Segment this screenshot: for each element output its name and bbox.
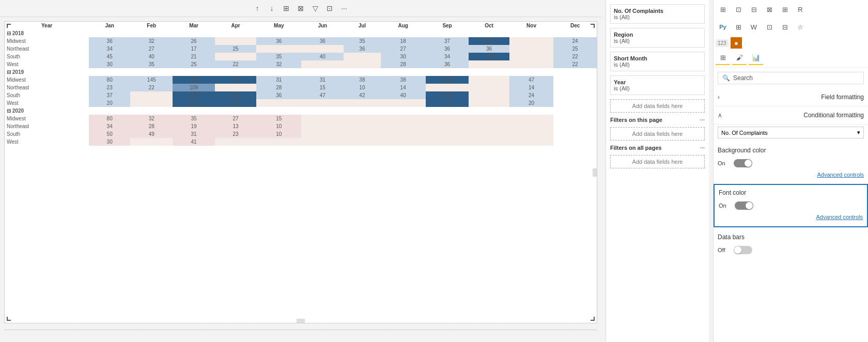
- more-options-button[interactable]: ···: [338, 2, 350, 14]
- matrix-cell[interactable]: 36: [469, 45, 509, 53]
- matrix-cell[interactable]: [509, 130, 553, 138]
- matrix-cell[interactable]: [344, 130, 380, 138]
- matrix-cell[interactable]: 40: [301, 53, 344, 60]
- expand-icon-2018[interactable]: ⊟: [7, 30, 11, 36]
- matrix-cell[interactable]: 42: [344, 91, 380, 99]
- filter-button[interactable]: ▽: [309, 2, 321, 14]
- matrix-cell[interactable]: 27: [381, 45, 426, 53]
- matrix-cell[interactable]: [381, 138, 426, 146]
- matrix-cell[interactable]: 40: [381, 91, 426, 99]
- matrix-cell[interactable]: 32: [130, 37, 173, 45]
- matrix-cell[interactable]: [215, 84, 256, 91]
- matrix-cell[interactable]: 35: [173, 115, 215, 122]
- icon-btn-py[interactable]: Py: [716, 20, 730, 34]
- matrix-cell[interactable]: 35: [130, 60, 173, 68]
- matrix-cell[interactable]: 26: [173, 37, 215, 45]
- matrix-cell[interactable]: [344, 60, 380, 68]
- resize-handle-bl[interactable]: [7, 317, 11, 321]
- matrix-cell[interactable]: 36: [89, 37, 130, 45]
- matrix-cell[interactable]: 15: [301, 84, 344, 91]
- matrix-cell[interactable]: 170: [426, 99, 469, 107]
- matrix-cell[interactable]: [344, 138, 380, 146]
- matrix-cell[interactable]: [469, 91, 509, 99]
- matrix-cell[interactable]: 34: [89, 45, 130, 53]
- matrix-cell[interactable]: 41: [173, 138, 215, 146]
- matrix-cell[interactable]: 27: [130, 45, 173, 53]
- matrix-cell[interactable]: 21: [173, 53, 215, 60]
- matrix-cell[interactable]: 20: [509, 99, 553, 107]
- matrix-cell[interactable]: [301, 130, 344, 138]
- tab-grid-icon[interactable]: ⊞: [716, 51, 730, 65]
- resize-handle-tl[interactable]: [7, 24, 11, 28]
- icon-btn-9[interactable]: ⊡: [762, 20, 777, 34]
- icon-btn-3[interactable]: ⊟: [747, 2, 761, 17]
- add-all-pages-fields-button[interactable]: Add data fields here: [610, 155, 705, 168]
- icon-btn-orange[interactable]: ■: [731, 37, 742, 49]
- matrix-cell[interactable]: [381, 130, 426, 138]
- focus-button[interactable]: ⊡: [323, 2, 336, 14]
- matrix-cell[interactable]: 210: [173, 99, 215, 107]
- matrix-cell[interactable]: 32: [256, 60, 301, 68]
- matrix-cell[interactable]: [301, 99, 344, 107]
- matrix-cell[interactable]: 32: [130, 115, 173, 122]
- matrix-cell[interactable]: 45: [89, 53, 130, 60]
- matrix-cell[interactable]: 25: [173, 60, 215, 68]
- matrix-cell[interactable]: [469, 60, 509, 68]
- matrix-cell[interactable]: 36: [256, 91, 301, 99]
- matrix-cell[interactable]: 36: [344, 45, 380, 53]
- matrix-cell[interactable]: 30: [89, 138, 130, 146]
- matrix-cell[interactable]: 38: [381, 76, 426, 84]
- icon-btn-7[interactable]: ⊞: [731, 20, 746, 34]
- expand-icon-2020[interactable]: ⊟: [7, 108, 11, 114]
- matrix-cell[interactable]: 37: [426, 37, 469, 45]
- background-advanced-link[interactable]: Advanced controls: [718, 169, 864, 180]
- matrix-cell[interactable]: 19: [173, 122, 215, 130]
- matrix-cell[interactable]: 23: [215, 130, 256, 138]
- matrix-cell[interactable]: 22: [130, 84, 173, 91]
- matrix-cell[interactable]: [381, 99, 426, 107]
- icon-btn-1[interactable]: ⊞: [716, 2, 730, 17]
- matrix-cell[interactable]: 18: [381, 37, 426, 45]
- matrix-cell[interactable]: [215, 138, 256, 146]
- matrix-cell[interactable]: 34: [89, 122, 130, 130]
- matrix-cell[interactable]: [256, 138, 301, 146]
- matrix-cell[interactable]: [344, 53, 380, 60]
- matrix-cell[interactable]: 13: [215, 122, 256, 130]
- panel-resize-handle[interactable]: [601, 0, 606, 342]
- matrix-cell[interactable]: [469, 138, 509, 146]
- field-formatting-row[interactable]: › Field formatting: [718, 91, 864, 103]
- matrix-cell[interactable]: 31: [301, 76, 344, 84]
- icon-btn-11[interactable]: ☆: [793, 20, 808, 34]
- matrix-cell[interactable]: 40: [130, 53, 173, 60]
- expand-icon-2019[interactable]: ⊟: [7, 69, 11, 75]
- search-box[interactable]: 🔍 Search: [718, 72, 864, 84]
- matrix-cell[interactable]: [469, 76, 509, 84]
- icon-btn-10[interactable]: ⊟: [778, 20, 792, 34]
- sort-asc-button[interactable]: ↑: [251, 2, 264, 14]
- matrix-cell[interactable]: [130, 91, 173, 99]
- matrix-cell[interactable]: 150: [469, 53, 509, 60]
- matrix-cell[interactable]: [426, 115, 469, 122]
- add-visual-fields-button[interactable]: Add data fields here: [610, 99, 705, 113]
- matrix-cell[interactable]: 24: [553, 37, 597, 45]
- matrix-cell[interactable]: [215, 37, 256, 45]
- matrix-cell[interactable]: 109: [173, 84, 215, 91]
- icon-btn-2[interactable]: ⊡: [731, 2, 746, 17]
- matrix-cell[interactable]: [509, 115, 553, 122]
- font-toggle[interactable]: [735, 201, 753, 210]
- matrix-cell[interactable]: 31: [173, 130, 215, 138]
- icon-btn-8[interactable]: W: [747, 20, 761, 34]
- matrix-cell[interactable]: 186: [426, 76, 469, 84]
- matrix-cell[interactable]: [509, 138, 553, 146]
- matrix-cell[interactable]: 10: [256, 130, 301, 138]
- matrix-cell[interactable]: [256, 99, 301, 107]
- matrix-cell[interactable]: 22: [553, 60, 597, 68]
- background-toggle[interactable]: [734, 159, 752, 167]
- matrix-cell[interactable]: [301, 45, 344, 53]
- matrix-cell[interactable]: [344, 99, 380, 107]
- matrix-cell[interactable]: [469, 84, 509, 91]
- matrix-cell[interactable]: 47: [301, 91, 344, 99]
- matrix-cell[interactable]: [130, 99, 173, 107]
- matrix-cell[interactable]: [215, 53, 256, 60]
- matrix-cell[interactable]: 27: [215, 115, 256, 122]
